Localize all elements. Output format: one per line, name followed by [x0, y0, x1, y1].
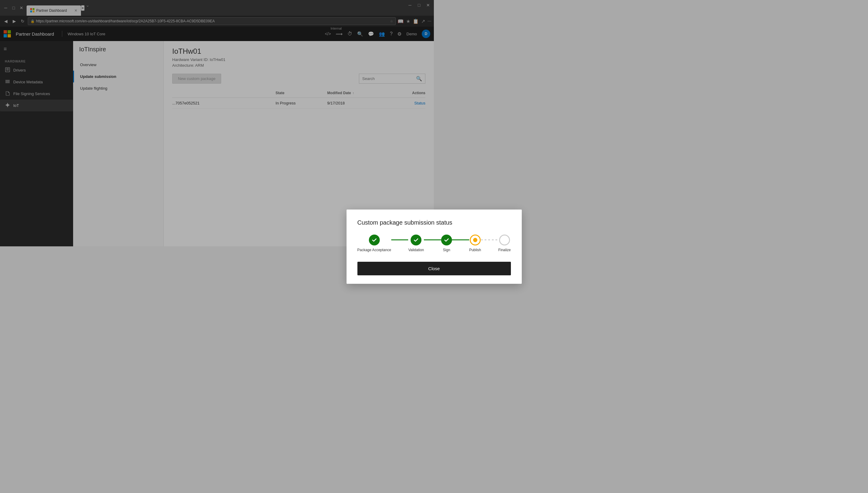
modal-overlay: Custom package submission status Package… — [0, 0, 434, 246]
step-package-acceptance: Package Acceptance — [357, 235, 391, 246]
modal-title: Custom package submission status — [357, 219, 434, 226]
step-circle-validation — [411, 235, 421, 245]
step-circle-acceptance — [369, 235, 380, 245]
connector-1-2 — [391, 239, 409, 240]
connector-2-3 — [424, 239, 434, 240]
steps-container: Package Acceptance Validation — [357, 235, 434, 246]
modal: Custom package submission status Package… — [347, 210, 434, 246]
step-validation: Validation — [408, 235, 424, 246]
